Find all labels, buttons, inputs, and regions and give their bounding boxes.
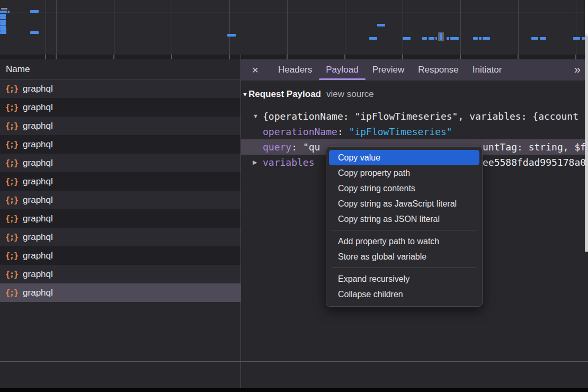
network-overview-strip[interactable] — [0, 0, 588, 55]
waterfall-bar[interactable] — [30, 31, 39, 34]
tab-response[interactable]: Response — [411, 59, 466, 81]
tree-row-root[interactable]: ▼ {operationName: "ipFlowTimeseries", va… — [240, 109, 588, 124]
waterfall-bar[interactable] — [440, 33, 442, 40]
request-row[interactable]: {;}graphql — [0, 265, 240, 283]
menu-item-copy-property-path[interactable]: Copy property path — [326, 165, 482, 181]
name-column-header[interactable]: Name — [0, 59, 240, 79]
devtools-window: Name {;}graphql {;}graphql {;}graphql {;… — [0, 0, 588, 392]
request-list: {;}graphql {;}graphql {;}graphql {;}grap… — [0, 79, 240, 302]
menu-item-copy-json-literal[interactable]: Copy string as JSON literal — [326, 211, 482, 227]
request-name: graphql — [23, 288, 53, 298]
request-row-selected[interactable]: {;}graphql — [0, 283, 240, 302]
request-row[interactable]: {;}graphql — [0, 154, 240, 172]
view-source-link[interactable]: view source — [326, 87, 374, 102]
section-collapse-icon[interactable]: ▼ — [242, 87, 248, 102]
summary-divider — [0, 361, 588, 362]
more-tabs-icon[interactable]: » — [574, 63, 580, 77]
request-name: graphql — [23, 121, 53, 131]
request-name: graphql — [23, 84, 53, 94]
menu-item-copy-value[interactable]: Copy value — [329, 150, 479, 165]
tab-payload[interactable]: Payload — [319, 59, 365, 81]
request-name: graphql — [23, 213, 53, 224]
property-value-continued: ee5588fdad995178a0 — [483, 155, 586, 170]
request-row[interactable]: {;}graphql — [0, 246, 240, 265]
json-braces-icon: {;} — [5, 233, 18, 242]
json-braces-icon: {;} — [5, 288, 18, 298]
menu-item-expand-recursively[interactable]: Expand recursively — [326, 271, 482, 287]
json-braces-icon: {;} — [5, 121, 18, 131]
json-braces-icon: {;} — [5, 251, 18, 261]
waterfall-bar[interactable] — [0, 16, 6, 19]
request-name: graphql — [23, 251, 53, 261]
waterfall-bar[interactable] — [227, 34, 236, 37]
requests-panel: Name {;}graphql {;}graphql {;}graphql {;… — [0, 59, 240, 388]
property-value-start: "qu — [303, 141, 320, 153]
request-row[interactable]: {;}graphql — [0, 172, 240, 191]
waterfall-bar[interactable] — [447, 37, 449, 40]
json-braces-icon: {;} — [5, 214, 18, 224]
request-name: graphql — [23, 195, 53, 206]
request-row[interactable]: {;}graphql — [0, 228, 240, 246]
waterfall-bar[interactable] — [483, 37, 490, 40]
close-icon[interactable]: × — [251, 64, 260, 76]
tree-row-operationName[interactable]: operationName: "ipFlowTimeseries" — [240, 124, 588, 139]
request-row[interactable]: {;}graphql — [0, 209, 240, 228]
waterfall-bar[interactable] — [0, 31, 6, 34]
request-name: graphql — [23, 176, 53, 187]
property-value-continued: untTag: string, $f — [483, 139, 586, 155]
menu-item-add-watch[interactable]: Add property path to watch — [326, 234, 482, 249]
request-name: graphql — [23, 269, 53, 280]
waterfall-bar[interactable] — [473, 37, 478, 40]
request-row[interactable]: {;}graphql — [0, 191, 240, 209]
waterfall-bar[interactable] — [377, 24, 385, 26]
waterfall-bar[interactable] — [429, 37, 434, 40]
property-value: "ipFlowTimeseries" — [349, 126, 452, 137]
property-key: operationName — [263, 126, 337, 137]
waterfall-bar[interactable] — [450, 37, 459, 40]
property-key: variables — [263, 155, 315, 170]
waterfall-bar[interactable] — [479, 37, 482, 40]
json-braces-icon: {;} — [5, 140, 18, 149]
menu-item-copy-js-literal[interactable]: Copy string as JavaScript literal — [326, 196, 482, 211]
object-preview: {operationName: "ipFlowTimeseries", vari… — [263, 109, 578, 124]
waterfall-bar[interactable] — [422, 37, 427, 40]
menu-item-copy-string-contents[interactable]: Copy string contents — [326, 181, 482, 196]
request-name: graphql — [23, 158, 53, 168]
waterfall-bar[interactable] — [0, 28, 6, 31]
json-braces-icon: {;} — [5, 103, 18, 112]
tab-preview[interactable]: Preview — [366, 59, 411, 81]
waterfall-bar[interactable] — [0, 11, 7, 13]
name-column-label: Name — [6, 64, 30, 74]
waterfall-bar[interactable] — [540, 37, 546, 40]
waterfall-bar[interactable] — [30, 10, 39, 13]
waterfall-bar[interactable] — [8, 11, 10, 13]
menu-item-collapse-children[interactable]: Collapse children — [326, 287, 482, 302]
request-name: graphql — [23, 102, 53, 113]
request-row[interactable]: {;}graphql — [0, 135, 240, 154]
json-braces-icon: {;} — [5, 158, 18, 168]
expander-open-icon[interactable]: ▼ — [253, 109, 259, 124]
waterfall-bar[interactable] — [369, 37, 377, 40]
json-braces-icon: {;} — [5, 177, 18, 186]
overview-ruler — [0, 55, 588, 59]
section-title[interactable]: Request Payload — [248, 87, 321, 102]
request-name: graphql — [23, 232, 53, 243]
request-row[interactable]: {;}graphql — [0, 98, 240, 117]
request-row[interactable]: {;}graphql — [0, 79, 240, 98]
waterfall-bar[interactable] — [403, 37, 411, 40]
menu-item-store-global[interactable]: Store as global variable — [326, 249, 482, 264]
key-separator: : — [291, 141, 303, 153]
waterfall-bar[interactable] — [531, 37, 538, 40]
tab-headers[interactable]: Headers — [271, 59, 319, 81]
waterfall-bar[interactable] — [573, 37, 580, 40]
waterfall-bar[interactable] — [0, 22, 6, 25]
waterfall-bar[interactable] — [435, 37, 437, 40]
request-row[interactable]: {;}graphql — [0, 117, 240, 135]
tab-initiator[interactable]: Initiator — [466, 59, 509, 81]
request-name: graphql — [23, 139, 53, 150]
expander-closed-icon[interactable]: ▶ — [253, 155, 257, 170]
page-edge — [585, 0, 588, 252]
property-key: query — [263, 141, 291, 153]
panel-divider[interactable] — [240, 55, 241, 388]
waterfall-bar[interactable] — [1, 8, 7, 10]
